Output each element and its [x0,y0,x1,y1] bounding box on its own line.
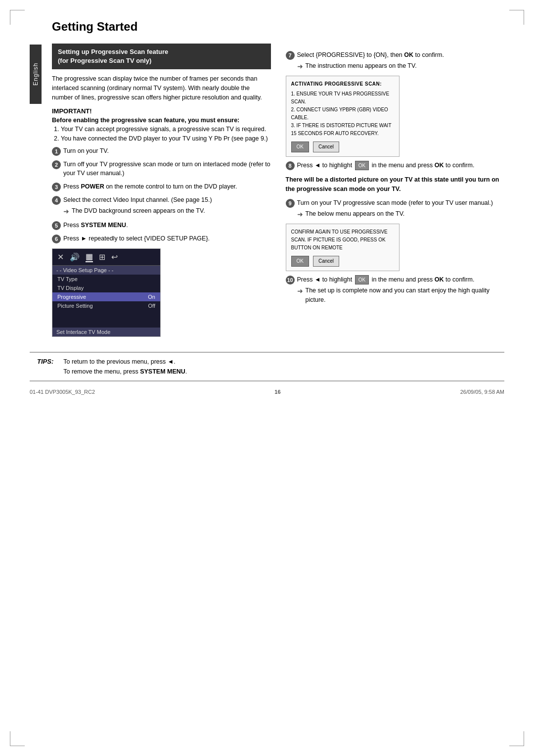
page: English Getting Started Setting up Progr… [0,0,534,756]
step-content-8: Press ◄ to highlight OK in the menu and … [297,161,505,170]
corner-tr [509,10,524,25]
ok-button: OK [291,142,309,152]
step-num-9: 9 [286,199,295,208]
step-3: 3 Press POWER on the remote control to t… [52,182,271,191]
step-num-8: 8 [286,161,295,170]
ui-row-value: Off [148,303,155,309]
tips-label: TIPS: [37,358,53,365]
left-column: Getting Started Setting up Progressive S… [52,20,271,342]
list-item: You have connected the DVD player to you… [61,134,271,143]
confirm-box-buttons: OK Cancel [291,256,394,267]
sidebar: English [30,20,44,342]
step-num-6: 6 [52,235,61,243]
ui-row-label: TV Type [57,276,78,282]
footer-left: 01-41 DVP3005K_93_RC2 [30,389,95,395]
step-4-arrow-text: The DVD background screen appears on the… [72,206,205,216]
step-content-3: Press POWER on the remote control to tur… [63,182,271,191]
step-num-1: 1 [52,147,61,156]
icon-grid: ⊞ [99,252,105,262]
step-5: 5 Press SYSTEM MENU. [52,221,271,230]
section-heading: Setting up Progressive Scan feature (for… [52,44,271,69]
step-9-arrow: ➜ The below menu appears on the TV. [297,209,505,220]
icon-x: ✕ [57,252,64,262]
tips-content: To return to the previous menu, press ◄.… [63,357,187,377]
icon-return: ↩ [111,252,118,262]
step-content-7: Select {PROGRESSIVE} to {ON}, then OK to… [297,50,505,72]
ui-row-value: On [148,294,155,300]
step-content-2: Turn off your TV progressive scan mode o… [63,160,271,179]
step-num-2: 2 [52,160,61,169]
tip-line-1: To return to the previous menu, press ◄. [63,357,187,367]
right-column: 7 Select {PROGRESSIVE} to {ON}, then OK … [286,20,505,342]
info-box-progressive: ACTIVATING PROGRESSIVE SCAN: 1. ENSURE Y… [286,76,400,157]
page-title: Getting Started [52,20,271,36]
intro-text: The progressive scan display twice the n… [52,74,271,102]
step-7: 7 Select {PROGRESSIVE} to {ON}, then OK … [286,50,505,72]
sidebar-language-label: English [30,45,42,104]
info-box-title: ACTIVATING PROGRESSIVE SCAN: [291,80,394,88]
tips-section: TIPS: To return to the previous menu, pr… [30,352,504,381]
important-bold: Before enabling the progressive scan fea… [52,116,271,125]
ui-bottom-bar: Set Interlace TV Mode [52,328,160,336]
icon-speaker: 🔊 [70,252,80,262]
ui-mockup: ✕ 🔊 ▦ ⊞ ↩ - - Video Setup Page - - TV Ty… [52,248,161,337]
step-content-5: Press SYSTEM MENU. [63,221,271,230]
icon-video-active: ▦ [86,252,93,262]
step-1: 1 Turn on your TV. [52,146,271,156]
info-box-buttons: OK Cancel [291,142,394,152]
arrow-icon: ➜ [297,286,303,296]
step-num-4: 4 [52,196,61,205]
footer-right: 26/09/05, 9:58 AM [460,389,504,395]
section-heading-line1: Setting up Progressive Scan feature [58,48,168,55]
main-content: English Getting Started Setting up Progr… [30,20,504,342]
list-item: Your TV can accept progressive signals, … [61,125,271,134]
step-10-arrow: ➜ The set up is complete now and you can… [297,286,505,305]
ui-row-tvdisplay: TV Display [52,284,160,292]
arrow-icon: ➜ [63,206,69,217]
step-num-3: 3 [52,183,61,191]
ui-row-progressive: ProgressiveOn [52,292,160,301]
step-9: 9 Turn on your TV progressive scan mode … [286,198,505,220]
step-2: 2 Turn off your TV progressive scan mode… [52,160,271,179]
corner-tl [10,10,25,25]
corner-br [509,731,524,746]
info-box-item-3: 3. IF THERE IS DISTORTED PICTURE WAIT 15… [291,122,394,138]
arrow-icon: ➜ [297,61,303,72]
arrow-icon: ➜ [297,209,303,220]
step-4: 4 Select the correct Video Input channel… [52,195,271,217]
step-10: 10 Press ◄ to highlight OK in the menu a… [286,275,505,305]
step-content-1: Turn on your TV. [63,146,271,156]
step-8: 8 Press ◄ to highlight OK in the menu an… [286,161,505,170]
page-number: 16 [274,389,280,395]
step-7-arrow-text: The instruction menu appears on the TV. [306,61,417,71]
step-9-arrow-text: The below menu appears on the TV. [306,209,405,219]
warning-text: There will be a distorted picture on you… [286,175,505,194]
ui-row-label: TV Display [57,285,84,291]
confirm-ok-button: OK [291,256,309,267]
ui-tab-bar: - - Video Setup Page - - [52,266,160,275]
info-box-item-1: 1. ENSURE YOUR TV HAS PROGRESSIVE SCAN. [291,90,394,106]
section-heading-line2: (for Progressive Scan TV only) [58,57,151,64]
ui-icons-bar: ✕ 🔊 ▦ ⊞ ↩ [52,249,160,266]
step-content-6: Press ► repeatedly to select {VIDEO SETU… [63,234,271,243]
confirm-box-text: CONFIRM AGAIN TO USE PROGRESSIVE SCAN. I… [291,228,394,252]
ui-row-label: Picture Setting [57,303,93,309]
confirm-cancel-button: Cancel [313,256,339,267]
page-footer: 01-41 DVP3005K_93_RC2 16 26/09/05, 9:58 … [30,389,504,395]
step-7-arrow: ➜ The instruction menu appears on the TV… [297,61,505,72]
cancel-button: Cancel [313,142,339,152]
ui-row-label: Progressive [57,294,86,300]
step-content-4: Select the correct Video Input channel. … [63,195,271,217]
ui-row-tvtype: TV Type [52,275,160,284]
ok-inline-btn-2: OK [355,275,369,284]
step-num-7: 7 [286,51,295,60]
step-content-9: Turn on your TV progressive scan mode (r… [297,198,505,220]
ok-inline-btn: OK [355,161,369,170]
content-columns: Getting Started Setting up Progressive S… [52,20,504,342]
step-6: 6 Press ► repeatedly to select {VIDEO SE… [52,234,271,243]
info-box-item-2: 2. CONNECT USING YPBPR (GBR) VIDEO CABLE… [291,106,394,122]
confirm-box: CONFIRM AGAIN TO USE PROGRESSIVE SCAN. I… [286,224,400,271]
step-num-5: 5 [52,221,61,230]
tip-line-2: To remove the menu, press SYSTEM MENU. [63,367,187,377]
step-num-10: 10 [286,276,295,284]
